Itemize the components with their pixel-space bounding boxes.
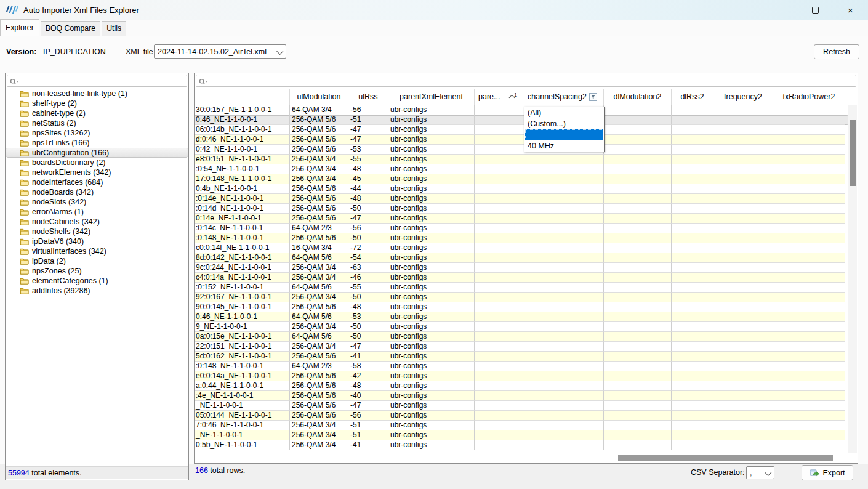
table-cell[interactable] <box>773 352 845 362</box>
table-cell[interactable] <box>713 145 773 155</box>
table-cell[interactable] <box>672 273 713 283</box>
table-cell[interactable] <box>713 381 773 391</box>
table-cell[interactable]: -45 <box>348 174 388 184</box>
table-cell[interactable] <box>672 224 713 233</box>
table-cell[interactable] <box>604 293 672 302</box>
table-cell[interactable]: ubr-configs <box>388 352 475 362</box>
table-cell[interactable]: 256-QAM 3/4 <box>290 164 348 174</box>
table-cell[interactable] <box>521 371 604 381</box>
table-cell[interactable] <box>475 135 521 145</box>
table-cell[interactable] <box>713 243 773 253</box>
table-cell[interactable] <box>773 253 845 263</box>
table-cell[interactable]: -47 <box>348 342 388 352</box>
table-cell[interactable]: ubr-configs <box>388 164 475 174</box>
table-cell[interactable]: :4e_NE-1-1-0-0-1 <box>195 391 290 401</box>
table-cell[interactable]: 0:42_NE-1-1-0-0-1 <box>195 145 290 155</box>
table-cell[interactable] <box>604 194 672 204</box>
table-cell[interactable]: 256-QAM 3/4 <box>290 174 348 184</box>
table-cell[interactable] <box>475 411 521 421</box>
table-cell[interactable] <box>521 204 604 214</box>
table-cell[interactable]: 256-QAM 5/6 <box>290 204 348 214</box>
table-cell[interactable]: ubr-configs <box>388 145 475 155</box>
table-cell[interactable]: -63 <box>348 263 388 273</box>
table-cell[interactable] <box>604 411 672 421</box>
tree-item[interactable]: nodeInterfaces (684) <box>6 177 188 187</box>
tree-item[interactable]: virtualInterfaces (342) <box>6 246 188 256</box>
tree-item[interactable]: ubrConfiguration (166) <box>6 148 188 158</box>
table-cell[interactable] <box>604 145 672 155</box>
vertical-scrollbar[interactable] <box>848 105 857 453</box>
table-cell[interactable] <box>713 174 773 184</box>
tree-item[interactable]: nodeSlots (342) <box>6 197 188 207</box>
table-cell[interactable] <box>604 283 672 293</box>
table-cell[interactable]: -55 <box>348 283 388 293</box>
table-row[interactable]: c0:0:14f_NE-1-1-0-0-116-QAM 3/4-72ubr-co… <box>195 243 849 253</box>
table-cell[interactable] <box>672 440 713 450</box>
table-cell[interactable] <box>604 164 672 174</box>
table-cell[interactable] <box>475 253 521 263</box>
table-row[interactable]: 9_NE-1-1-0-0-1256-QAM 3/4-50ubr-configs <box>195 322 849 332</box>
table-cell[interactable] <box>773 194 845 204</box>
table-cell[interactable]: ubr-configs <box>388 194 475 204</box>
table-cell[interactable]: 64-QAM 2/3 <box>290 224 348 233</box>
table-cell[interactable] <box>713 155 773 164</box>
table-cell[interactable] <box>672 125 713 135</box>
table-cell[interactable] <box>604 243 672 253</box>
table-cell[interactable]: a:0:44_NE-1-1-0-0-1 <box>195 381 290 391</box>
table-cell[interactable] <box>773 362 845 371</box>
tree-item[interactable]: errorAlarms (1) <box>6 207 188 217</box>
table-cell[interactable] <box>521 352 604 362</box>
table-row[interactable]: 9c:0:244_NE-1-1-0-0-1256-QAM 3/4-63ubr-c… <box>195 263 849 273</box>
table-search-input[interactable] <box>196 75 856 87</box>
table-cell[interactable]: -47 <box>348 135 388 145</box>
table-cell[interactable] <box>604 371 672 381</box>
table-row[interactable]: 0:4b_NE-1-1-0-0-1256-QAM 5/6-44ubr-confi… <box>195 184 849 194</box>
table-cell[interactable] <box>672 322 713 332</box>
table-cell[interactable] <box>475 322 521 332</box>
table-row[interactable]: :0:14d_NE-1-1-0-0-1256-QAM 5/6-50ubr-con… <box>195 204 849 214</box>
filter-icon[interactable] <box>589 93 597 101</box>
table-cell[interactable] <box>475 224 521 233</box>
minimize-button[interactable] <box>763 0 798 20</box>
table-row[interactable]: 5d:0:162_NE-1-1-0-0-1256-QAM 5/6-41ubr-c… <box>195 352 849 362</box>
table-cell[interactable]: -55 <box>348 155 388 164</box>
table-cell[interactable] <box>773 155 845 164</box>
table-row[interactable]: :0:148_NE-1-1-0-0-164-QAM 2/3-58ubr-conf… <box>195 362 849 371</box>
table-cell[interactable] <box>713 322 773 332</box>
table-cell[interactable]: -50 <box>348 204 388 214</box>
table-cell[interactable] <box>713 440 773 450</box>
table-cell[interactable] <box>672 194 713 204</box>
table-cell[interactable]: 256-QAM 5/6 <box>290 411 348 421</box>
table-cell[interactable] <box>521 430 604 440</box>
table-cell[interactable]: -50 <box>348 233 388 243</box>
table-cell[interactable]: -53 <box>348 312 388 322</box>
table-cell[interactable]: -48 <box>348 302 388 312</box>
table-cell[interactable] <box>672 283 713 293</box>
table-cell[interactable] <box>475 164 521 174</box>
table-cell[interactable]: -51 <box>348 115 388 125</box>
csv-separator-select[interactable]: , <box>746 466 774 479</box>
table-row[interactable]: :0:152_NE-1-1-0-0-164-QAM 5/6-55ubr-conf… <box>195 283 849 293</box>
table-cell[interactable] <box>521 164 604 174</box>
table-cell[interactable] <box>604 332 672 342</box>
table-cell[interactable]: 30:0:157_NE-1-1-0-0-1 <box>195 105 290 115</box>
table-cell[interactable] <box>604 135 672 145</box>
table-cell[interactable] <box>773 421 845 430</box>
table-cell[interactable] <box>475 155 521 164</box>
table-cell[interactable] <box>672 115 713 125</box>
table-cell[interactable]: 64-QAM 2/3 <box>290 362 348 371</box>
tab-utils[interactable]: Utils <box>102 21 126 36</box>
table-cell[interactable]: ubr-configs <box>388 401 475 411</box>
table-cell[interactable]: -48 <box>348 381 388 391</box>
table-cell[interactable]: -50 <box>348 332 388 342</box>
table-cell[interactable] <box>521 302 604 312</box>
table-cell[interactable]: ubr-configs <box>388 293 475 302</box>
table-cell[interactable] <box>521 401 604 411</box>
table-cell[interactable]: ubr-configs <box>388 174 475 184</box>
table-cell[interactable] <box>672 421 713 430</box>
table-row[interactable]: 06:0:14b_NE-1-1-0-0-1256-QAM 5/6-47ubr-c… <box>195 125 849 135</box>
table-cell[interactable] <box>475 342 521 352</box>
table-cell[interactable]: 256-QAM 5/6 <box>290 214 348 224</box>
table-cell[interactable] <box>773 411 845 421</box>
table-cell[interactable] <box>604 204 672 214</box>
